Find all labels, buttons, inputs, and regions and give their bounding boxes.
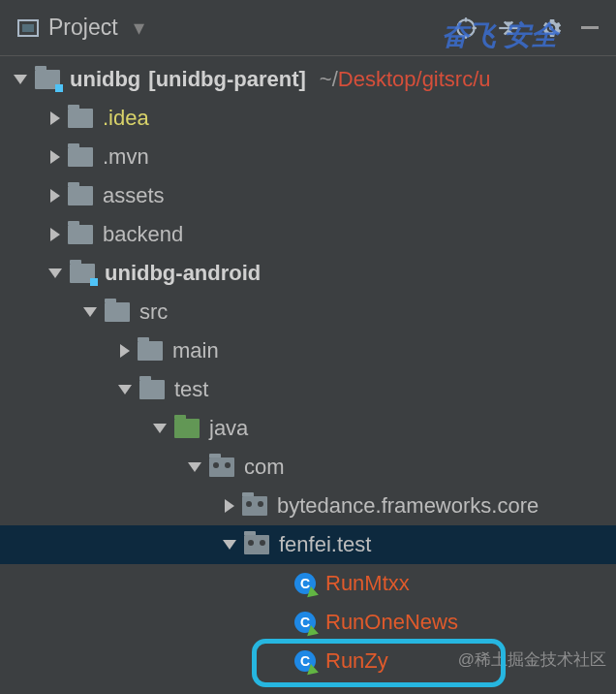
tree-row-idea[interactable]: .idea: [0, 99, 616, 138]
chevron-down-icon[interactable]: [14, 75, 27, 84]
chevron-down-icon: ▾: [134, 16, 144, 41]
watermark-bottom: @稀土掘金技术社区: [458, 648, 606, 671]
tree-label: fenfei.test: [279, 532, 371, 557]
class-runnable-icon: [294, 612, 316, 633]
folder-icon: [68, 109, 93, 128]
tree-row-fenfei[interactable]: fenfei.test: [0, 525, 616, 564]
tree-row-main[interactable]: main: [0, 331, 616, 370]
folder-icon: [138, 341, 163, 361]
tree-row-backend[interactable]: backend: [0, 215, 616, 254]
tree-row-assets[interactable]: assets: [0, 176, 616, 215]
chevron-right-icon[interactable]: [120, 344, 130, 358]
tree-label: bytedance.frameworks.core: [277, 493, 539, 519]
line-icon: [581, 26, 599, 29]
tree-row-root[interactable]: unidbg [unidbg-parent] ~/Desktop/gitsrc/…: [0, 60, 616, 99]
tree-label: .idea: [103, 106, 149, 131]
module-folder-icon: [35, 70, 60, 89]
tree-label: backend: [103, 222, 183, 247]
chevron-down-icon[interactable]: [118, 385, 132, 394]
tree-row-src[interactable]: src: [0, 293, 616, 331]
chevron-right-icon[interactable]: [50, 228, 60, 241]
path-tilde: ~/: [320, 67, 338, 92]
folder-icon: [139, 380, 165, 399]
tree-row-runonenews[interactable]: RunOneNews: [0, 603, 616, 642]
tree-row-mvn[interactable]: .mvn: [0, 138, 616, 176]
chevron-down-icon[interactable]: [188, 462, 201, 472]
tree-label: assets: [103, 183, 165, 208]
tree-row-java[interactable]: java: [0, 409, 616, 448]
tree-label: unidbg: [70, 67, 140, 92]
tree-row-test[interactable]: test: [0, 370, 616, 409]
chevron-right-icon[interactable]: [50, 189, 60, 203]
class-runnable-icon: [294, 573, 316, 594]
chevron-right-icon[interactable]: [50, 111, 60, 125]
tree-row-com[interactable]: com: [0, 448, 616, 487]
chevron-down-icon[interactable]: [83, 307, 97, 317]
package-icon: [209, 457, 234, 477]
tree-row-bytedance[interactable]: bytedance.frameworks.core: [0, 487, 616, 525]
chevron-right-icon[interactable]: [50, 150, 60, 164]
project-selector[interactable]: Project ▾: [17, 15, 144, 41]
class-runnable-icon: [294, 650, 316, 672]
folder-icon: [68, 186, 93, 205]
tree-label: com: [244, 455, 285, 480]
package-icon: [244, 535, 269, 554]
path-text: Desktop/gitsrc/u: [338, 67, 491, 92]
tree-label: RunMtxx: [325, 571, 410, 596]
tree-label: test: [174, 377, 208, 402]
tree-label: java: [209, 416, 248, 441]
tree-label: main: [172, 338, 219, 363]
tree-label: src: [139, 300, 168, 325]
tree-label: .mvn: [103, 144, 149, 170]
tree-row-runmtxx[interactable]: RunMtxx: [0, 564, 616, 603]
project-pane-icon: [17, 19, 39, 37]
chevron-right-icon[interactable]: [225, 499, 234, 513]
tree-label: RunOneNews: [325, 610, 458, 635]
chevron-down-icon[interactable]: [48, 268, 62, 278]
watermark-top: 奋飞 安全: [442, 17, 558, 54]
folder-icon: [105, 302, 130, 322]
project-tree: unidbg [unidbg-parent] ~/Desktop/gitsrc/…: [0, 56, 616, 680]
test-source-folder-icon: [174, 419, 200, 438]
module-folder-icon: [70, 264, 95, 283]
tree-row-android[interactable]: unidbg-android: [0, 254, 616, 293]
header-title-label: Project: [48, 15, 118, 41]
tree-label: unidbg-android: [105, 261, 261, 286]
package-icon: [242, 496, 267, 516]
folder-icon: [68, 225, 93, 244]
tree-label-bracket: [unidbg-parent]: [148, 67, 306, 92]
chevron-down-icon[interactable]: [153, 424, 167, 433]
folder-icon: [68, 147, 93, 167]
tree-label: RunZy: [325, 648, 388, 674]
chevron-down-icon[interactable]: [223, 540, 236, 550]
